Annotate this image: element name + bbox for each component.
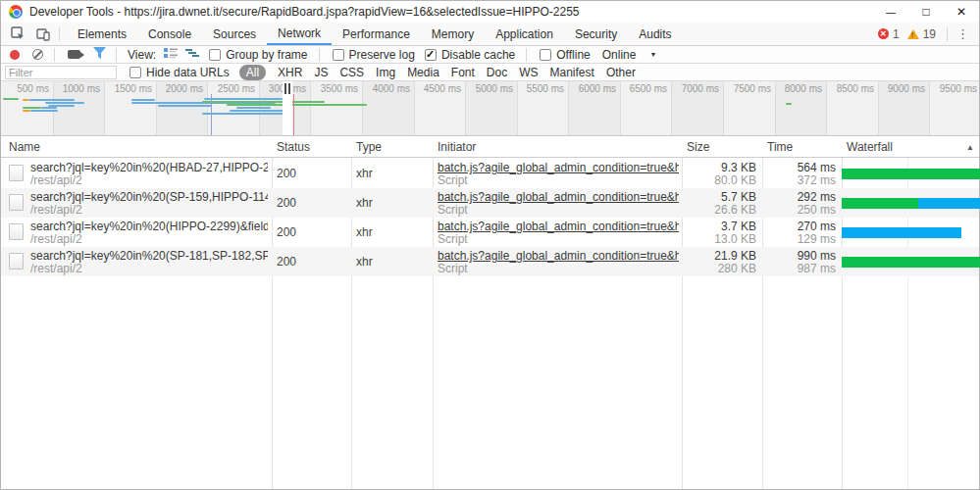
size-transferred: 9.3 KB	[686, 161, 756, 174]
tab-sources[interactable]: Sources	[202, 23, 267, 45]
tab-application[interactable]: Application	[485, 23, 564, 45]
divider	[947, 27, 948, 41]
type-filter-doc[interactable]: Doc	[487, 66, 507, 79]
disable-cache-checkbox[interactable]	[425, 49, 437, 61]
table-row[interactable]: search?jql=key%20in%20(SP-159,HIPPO-1143…	[1, 188, 979, 218]
divider	[54, 48, 55, 62]
large-rows-view-icon[interactable]	[164, 47, 178, 62]
waterfall-bar	[842, 247, 980, 276]
group-by-frame-checkbox[interactable]	[209, 49, 221, 61]
domcontentloaded-marker	[211, 94, 212, 135]
request-name[interactable]: search?jql=key%20in%20(SP-181,SP-182,SP-…	[30, 249, 268, 263]
type-filter-xhr[interactable]: XHR	[278, 66, 302, 79]
capture-screenshots-icon[interactable]	[68, 50, 80, 59]
more-options-icon[interactable]: ⋮	[951, 26, 975, 41]
minimize-button[interactable]: —	[873, 1, 908, 23]
initiator-type: Script	[438, 232, 679, 246]
type-value: xhr	[356, 188, 429, 218]
time-latency: 129 ms	[766, 232, 836, 246]
tab-security[interactable]: Security	[564, 23, 628, 45]
time-total: 270 ms	[766, 220, 836, 233]
table-row[interactable]: search?jql=key%20in%20(SP-181,SP-182,SP-…	[1, 247, 979, 276]
tab-network[interactable]: Network	[267, 23, 332, 45]
time-total: 292 ms	[766, 190, 836, 204]
show-overview-icon[interactable]	[185, 47, 199, 62]
preserve-log-toggle[interactable]: Preserve log	[333, 48, 415, 62]
tab-audits[interactable]: Audits	[628, 23, 682, 45]
table-row[interactable]: search?jql=key%20in%20(HIPPO-2299)&field…	[1, 218, 979, 247]
tab-performance[interactable]: Performance	[332, 23, 421, 45]
tab-elements[interactable]: Elements	[67, 23, 137, 45]
tab-memory[interactable]: Memory	[421, 23, 485, 45]
close-button[interactable]: ✕	[944, 1, 979, 23]
file-icon	[9, 165, 24, 181]
record-button[interactable]	[10, 50, 20, 60]
type-filter-img[interactable]: Img	[376, 66, 395, 79]
initiator-link[interactable]: batch.js?agile_global_admin_condition=tr…	[438, 161, 679, 174]
request-name[interactable]: search?jql=key%20in%20(HBAD-27,HIPPO-233…	[30, 161, 268, 174]
filter-funnel-icon[interactable]	[93, 47, 106, 62]
column-header-type[interactable]: Type	[356, 137, 382, 158]
divider	[59, 27, 60, 41]
type-filter-all[interactable]: All	[239, 65, 266, 80]
group-by-frame-toggle[interactable]: Group by frame	[209, 48, 307, 62]
overview-drag-handle[interactable]	[283, 81, 292, 135]
waterfall-bar	[842, 159, 980, 188]
filter-input[interactable]	[5, 66, 117, 79]
status-value: 200	[277, 159, 347, 188]
error-icon[interactable]: ✕	[878, 28, 889, 39]
hide-data-urls-checkbox[interactable]	[129, 67, 141, 78]
disable-cache-toggle[interactable]: Disable cache	[425, 48, 515, 62]
table-row[interactable]: search?jql=key%20in%20(HBAD-27,HIPPO-233…	[1, 159, 979, 188]
column-header-size[interactable]: Size	[687, 137, 709, 158]
initiator-type: Script	[438, 203, 679, 217]
size-full: 80.0 KB	[686, 173, 756, 187]
preserve-log-checkbox[interactable]	[333, 49, 344, 61]
clear-button[interactable]	[32, 49, 43, 60]
size-full: 13.0 KB	[686, 232, 756, 246]
waterfall-bar	[842, 218, 980, 247]
type-filter-other[interactable]: Other	[606, 66, 636, 79]
initiator-link[interactable]: batch.js?agile_global_admin_condition=tr…	[438, 249, 679, 263]
device-toolbar-icon[interactable]	[34, 26, 52, 42]
view-label: View:	[128, 48, 156, 62]
offline-toggle[interactable]: Offline	[540, 48, 590, 62]
file-icon	[9, 223, 24, 240]
timeline-overview[interactable]: 500 ms1000 ms1500 ms2000 ms2500 ms3000 m…	[1, 81, 979, 136]
type-filter-js[interactable]: JS	[314, 66, 328, 79]
divider	[319, 48, 320, 62]
type-filter-font[interactable]: Font	[451, 66, 475, 79]
time-latency: 372 ms	[766, 173, 836, 187]
inspect-element-icon[interactable]	[9, 26, 26, 42]
size-transferred: 21.9 KB	[686, 249, 756, 263]
throttling-select[interactable]: Online	[602, 48, 637, 62]
warning-icon[interactable]	[907, 29, 919, 39]
size-full: 26.6 KB	[686, 203, 756, 217]
initiator-link[interactable]: batch.js?agile_global_admin_condition=tr…	[438, 190, 679, 204]
initiator-link[interactable]: batch.js?agile_global_admin_condition=tr…	[438, 220, 679, 233]
type-filter-media[interactable]: Media	[407, 66, 439, 79]
request-name[interactable]: search?jql=key%20in%20(HIPPO-2299)&field…	[30, 220, 268, 233]
time-latency: 250 ms	[766, 203, 836, 217]
offline-checkbox[interactable]	[540, 49, 551, 61]
sort-ascending-icon[interactable]: ▲	[966, 137, 974, 158]
type-filter-manifest[interactable]: Manifest	[550, 66, 594, 79]
file-icon	[9, 194, 24, 211]
column-header-status[interactable]: Status	[277, 137, 310, 158]
request-path: /rest/api/2	[30, 232, 268, 246]
tab-console[interactable]: Console	[137, 23, 202, 45]
request-name[interactable]: search?jql=key%20in%20(SP-159,HIPPO-1143…	[30, 190, 268, 204]
column-header-name[interactable]: Name	[9, 137, 40, 158]
chevron-down-icon[interactable]: ▼	[649, 51, 656, 58]
hide-data-urls-toggle[interactable]: Hide data URLs	[129, 66, 230, 79]
column-header-waterfall[interactable]: Waterfall	[847, 137, 893, 158]
time-latency: 987 ms	[766, 262, 836, 275]
maximize-button[interactable]: □	[908, 1, 944, 23]
column-header-time[interactable]: Time	[767, 137, 793, 158]
column-header-initiator[interactable]: Initiator	[438, 137, 476, 158]
chrome-icon	[9, 5, 23, 19]
grip-icon	[288, 83, 290, 94]
grip-icon	[284, 83, 286, 94]
type-filter-css[interactable]: CSS	[339, 66, 364, 79]
type-filter-ws[interactable]: WS	[519, 66, 538, 79]
